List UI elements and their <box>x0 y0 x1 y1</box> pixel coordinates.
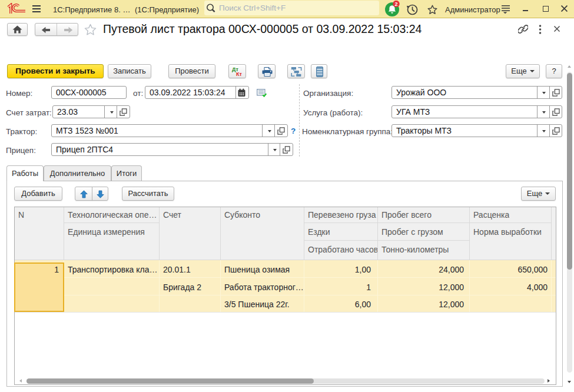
svg-text:2: 2 <box>394 1 397 7</box>
